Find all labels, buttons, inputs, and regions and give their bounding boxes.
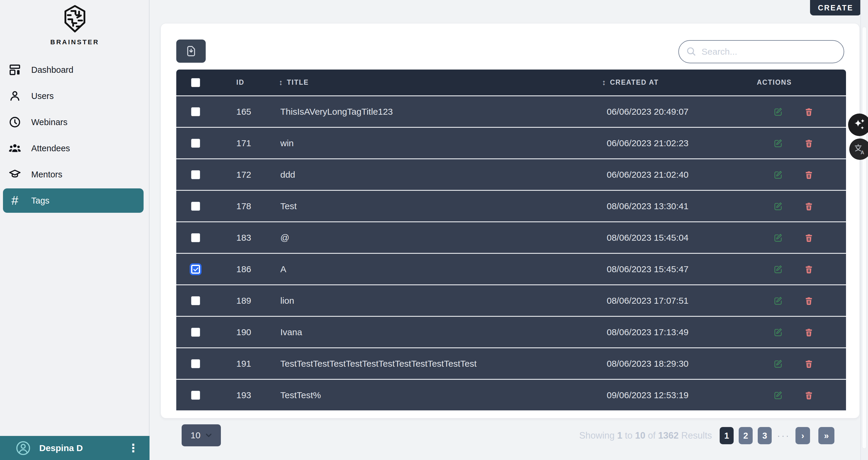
row-id: 191 <box>236 348 279 379</box>
next-page-button[interactable]: › <box>796 427 810 444</box>
sidebar-item-attendees[interactable]: Attendees <box>0 135 149 161</box>
row-id: 190 <box>236 317 279 348</box>
dashboard-icon <box>8 63 22 76</box>
edit-icon[interactable] <box>773 296 783 305</box>
sidebar-item-label: Attendees <box>31 143 70 153</box>
chevron-down-icon <box>204 431 213 440</box>
delete-icon[interactable] <box>804 359 814 368</box>
row-id: 189 <box>236 285 279 316</box>
tags-table: ID ↕ TITLE ↕ CREATED AT ACTIONS 165 This… <box>176 69 846 410</box>
table-header: ID ↕ TITLE ↕ CREATED AT ACTIONS <box>176 69 846 95</box>
sidebar-item-label: Dashboard <box>31 65 73 75</box>
sort-icon: ↕ <box>602 78 607 87</box>
table-row: 193 TestTest% 09/06/2023 12:53:19 <box>176 379 846 410</box>
results-summary: Showing 1 to 10 of 1362 Results <box>579 427 712 444</box>
edit-icon[interactable] <box>773 327 783 337</box>
row-checkbox[interactable] <box>191 139 200 148</box>
svg-text:A: A <box>861 150 864 155</box>
row-checkbox[interactable] <box>191 391 200 400</box>
sidebar: BRAINSTER Dashboard <box>0 0 150 460</box>
row-title: @ <box>279 222 602 253</box>
row-created-at: 06/06/2023 21:02:23 <box>602 128 756 158</box>
sparkles-icon <box>853 118 866 131</box>
edit-icon[interactable] <box>773 391 783 400</box>
row-checkbox[interactable] <box>191 233 200 242</box>
edit-icon[interactable] <box>773 138 783 148</box>
column-header-title[interactable]: ↕ TITLE <box>279 69 602 95</box>
sidebar-item-label: Users <box>31 91 54 101</box>
translate-icon: A <box>854 143 866 155</box>
delete-icon[interactable] <box>804 170 814 179</box>
delete-icon[interactable] <box>804 107 814 117</box>
edit-icon[interactable] <box>773 107 783 117</box>
last-page-button[interactable]: » <box>818 427 834 444</box>
per-page-select[interactable]: 10 <box>182 424 221 446</box>
ai-assistant-fab[interactable] <box>848 113 868 136</box>
delete-icon[interactable] <box>804 264 814 274</box>
row-id: 186 <box>236 254 279 284</box>
translate-fab[interactable]: A <box>849 138 868 160</box>
delete-icon[interactable] <box>804 296 814 305</box>
row-created-at: 08/06/2023 17:13:49 <box>602 317 756 348</box>
row-id: 193 <box>236 380 279 410</box>
delete-icon[interactable] <box>804 201 814 211</box>
row-checkbox[interactable] <box>191 296 200 305</box>
sidebar-item-mentors[interactable]: Mentors <box>0 161 149 188</box>
page-button-2[interactable]: 2 <box>739 427 753 444</box>
select-all-checkbox[interactable] <box>191 78 200 87</box>
sidebar-item-label: Tags <box>31 196 49 206</box>
user-bar: Despina D ⋮ <box>0 436 150 460</box>
edit-icon[interactable] <box>773 170 783 179</box>
sidebar-item-label: Webinars <box>31 118 67 127</box>
app-root: BRAINSTER Dashboard <box>0 0 868 460</box>
row-created-at: 08/06/2023 15:45:47 <box>602 254 756 284</box>
scrollbar-thumb[interactable] <box>862 27 867 449</box>
export-button[interactable] <box>176 39 206 63</box>
sidebar-item-webinars[interactable]: Webinars <box>0 109 149 135</box>
sidebar-item-users[interactable]: Users <box>0 83 149 109</box>
delete-icon[interactable] <box>804 391 814 400</box>
row-title: A <box>279 254 602 284</box>
table-row: 189 lion 08/06/2023 17:07:51 <box>176 284 846 316</box>
user-name: Despina D <box>39 443 119 453</box>
row-id: 183 <box>236 222 279 253</box>
sort-icon: ↕ <box>279 78 283 87</box>
tags-card: ID ↕ TITLE ↕ CREATED AT ACTIONS 165 This… <box>160 23 860 418</box>
page-button-1[interactable]: 1 <box>720 427 734 444</box>
edit-icon[interactable] <box>773 264 783 274</box>
row-title: TestTest% <box>279 380 602 410</box>
sidebar-item-dashboard[interactable]: Dashboard <box>0 57 149 83</box>
delete-icon[interactable] <box>804 327 814 337</box>
table-row: 190 Ivana 08/06/2023 17:13:49 <box>176 316 846 348</box>
row-created-at: 06/06/2023 21:02:40 <box>602 159 756 190</box>
sidebar-item-tags[interactable]: # Tags <box>0 188 149 213</box>
scrollbar-track <box>860 0 868 460</box>
page-button-3[interactable]: 3 <box>758 427 772 444</box>
delete-icon[interactable] <box>804 233 814 242</box>
row-created-at: 09/06/2023 12:53:19 <box>602 380 756 410</box>
sidebar-nav: Dashboard Users <box>0 57 149 213</box>
row-checkbox[interactable] <box>191 265 200 274</box>
row-title: ddd <box>279 159 602 190</box>
table-row: 171 win 06/06/2023 21:02:23 <box>176 127 846 158</box>
kebab-menu-icon[interactable]: ⋮ <box>127 442 139 454</box>
row-checkbox[interactable] <box>191 359 200 368</box>
per-page-value: 10 <box>190 430 204 440</box>
search-box <box>678 40 844 63</box>
row-title: win <box>279 128 602 158</box>
row-checkbox[interactable] <box>191 328 200 337</box>
row-checkbox[interactable] <box>191 202 200 211</box>
edit-icon[interactable] <box>773 201 783 211</box>
row-checkbox[interactable] <box>191 170 200 179</box>
row-created-at: 08/06/2023 13:30:41 <box>602 191 756 221</box>
create-button[interactable]: CREATE <box>810 0 861 15</box>
row-title: TestTestTestTestTestTestTestTestTestTest… <box>279 348 602 379</box>
search-input[interactable] <box>678 40 844 63</box>
table-row: 186 A 08/06/2023 15:45:47 <box>176 253 846 284</box>
pagination-ellipsis: ··· <box>777 427 790 444</box>
delete-icon[interactable] <box>804 138 814 148</box>
column-header-created-at[interactable]: ↕ CREATED AT <box>602 69 756 95</box>
row-checkbox[interactable] <box>191 107 200 116</box>
edit-icon[interactable] <box>773 233 783 242</box>
edit-icon[interactable] <box>773 359 783 368</box>
